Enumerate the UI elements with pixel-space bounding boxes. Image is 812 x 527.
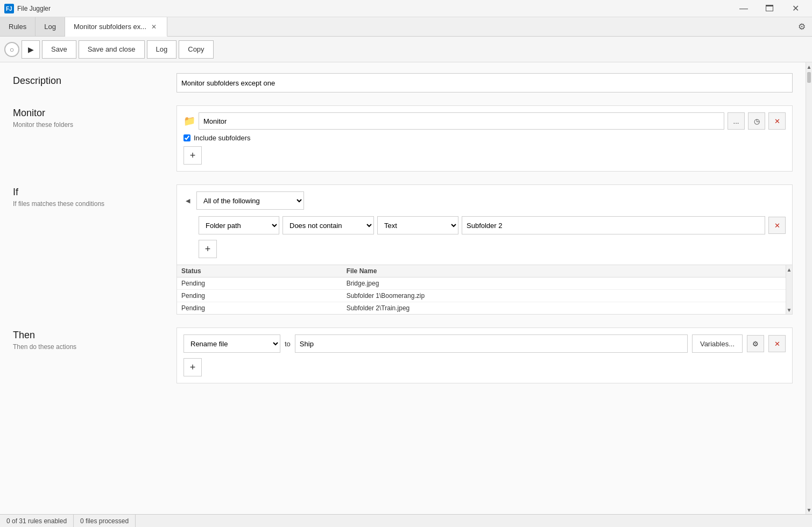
- if-title: If: [13, 187, 164, 198]
- remove-icon: ✕: [774, 117, 780, 125]
- table-row: Pending Subfolder 2\Train.jpeg: [177, 302, 786, 315]
- monitor-content: 📁 ... ◷ ✕ Include subfolders: [176, 105, 793, 172]
- scroll-up-btn[interactable]: ▲: [786, 265, 792, 274]
- row-1-filename: Subfolder 1\Boomerang.zip: [342, 290, 786, 302]
- condition-operator-select[interactable]: Contains Does not contain Is Is not Star…: [283, 216, 374, 234]
- variables-label: Variables...: [700, 340, 735, 348]
- main-content: Description Monitor Monitor these folder…: [0, 62, 812, 514]
- collapse-icon[interactable]: ◀: [183, 196, 192, 205]
- clock-button[interactable]: ◷: [748, 112, 765, 130]
- row-1-status: Pending: [177, 290, 342, 302]
- add-action-icon: +: [190, 362, 196, 373]
- settings-icon[interactable]: ⚙: [792, 17, 812, 36]
- add-condition-icon: +: [205, 244, 211, 255]
- tab-log[interactable]: Log: [36, 17, 65, 36]
- condition-row-0: Folder path File name File extension Fil…: [177, 216, 792, 234]
- to-label: to: [285, 340, 291, 348]
- remove-action-icon: ✕: [774, 340, 780, 348]
- content-area: Description Monitor Monitor these folder…: [0, 62, 806, 514]
- scroll-down-btn[interactable]: ▼: [786, 305, 792, 314]
- monitor-path-input[interactable]: [199, 112, 724, 130]
- add-action-button[interactable]: +: [183, 358, 202, 376]
- save-close-label: Save and close: [88, 45, 136, 53]
- tab-monitor[interactable]: Monitor subfolders ex... ✕: [65, 17, 167, 37]
- title-bar: FJ File Juggler — 🗖 ✕: [0, 0, 812, 17]
- minimize-button[interactable]: —: [731, 1, 756, 16]
- action-settings-btn[interactable]: ⚙: [747, 335, 764, 352]
- row-0-filename: Bridge.jpeg: [342, 277, 786, 290]
- file-preview: Status File Name Pending Bridge.jpeg: [177, 265, 792, 314]
- then-subtitle: Then do these actions: [13, 343, 164, 351]
- description-content: [176, 73, 793, 92]
- description-title: Description: [13, 75, 164, 87]
- col-status: Status: [177, 265, 342, 277]
- tab-close-icon[interactable]: ✕: [150, 23, 158, 31]
- preview-table-body: Pending Bridge.jpeg Pending Subfolder 1\…: [177, 277, 786, 315]
- description-section: Description: [13, 73, 793, 92]
- condition-field-select[interactable]: Folder path File name File extension Fil…: [199, 216, 279, 234]
- status-bar: 0 of 31 rules enabled 0 files processed: [0, 514, 812, 527]
- action-value-input[interactable]: [295, 334, 688, 353]
- folder-icon: 📁: [183, 115, 195, 127]
- condition-value-input[interactable]: [462, 216, 765, 234]
- condition-type-select[interactable]: All of the following Any of the followin…: [196, 191, 304, 210]
- variables-button[interactable]: Variables...: [692, 334, 743, 353]
- scroll-down-arrow[interactable]: ▼: [806, 505, 812, 514]
- remove-condition-button[interactable]: ✕: [768, 217, 786, 234]
- tab-rules-label: Rules: [9, 23, 26, 31]
- save-button[interactable]: Save: [42, 40, 76, 59]
- monitor-section: Monitor Monitor these folders 📁 ... ◷ ✕: [13, 105, 793, 172]
- browse-label: ...: [733, 117, 739, 125]
- monitor-folder-row: 📁 ... ◷ ✕: [183, 112, 786, 130]
- scroll-up-arrow[interactable]: ▲: [806, 62, 812, 71]
- add-action-row: +: [183, 358, 786, 376]
- remove-folder-button[interactable]: ✕: [768, 112, 786, 130]
- save-close-button[interactable]: Save and close: [79, 40, 145, 59]
- row-0-status: Pending: [177, 277, 342, 290]
- maximize-button[interactable]: 🗖: [757, 1, 782, 16]
- monitor-label-area: Monitor Monitor these folders: [13, 105, 164, 129]
- remove-action-button[interactable]: ✕: [768, 335, 786, 352]
- add-condition-button[interactable]: +: [199, 240, 217, 258]
- description-input[interactable]: [176, 73, 793, 92]
- table-row: Pending Subfolder 1\Boomerang.zip: [177, 290, 786, 302]
- window-controls: — 🗖 ✕: [731, 1, 808, 16]
- gear-icon: ⚙: [798, 22, 806, 32]
- scroll-thumb[interactable]: [807, 72, 811, 83]
- then-action-row: Rename file Move file Copy file Delete f…: [183, 334, 786, 353]
- add-condition-row: +: [177, 240, 792, 265]
- add-folder-button[interactable]: +: [183, 146, 202, 165]
- stop-button[interactable]: ○: [4, 42, 19, 57]
- app-title: File Juggler: [17, 5, 731, 12]
- log-button[interactable]: Log: [147, 40, 177, 59]
- monitor-title: Monitor: [13, 108, 164, 119]
- tab-bar: Rules Log Monitor subfolders ex... ✕ ⚙: [0, 17, 812, 37]
- if-section: If If files matches these conditions ◀ A…: [13, 184, 793, 315]
- browse-button[interactable]: ...: [728, 112, 745, 130]
- condition-header: ◀ All of the following Any of the follow…: [177, 185, 792, 210]
- copy-button[interactable]: Copy: [179, 40, 213, 59]
- preview-table-container: Status File Name Pending Bridge.jpeg: [177, 265, 786, 314]
- copy-label: Copy: [188, 45, 204, 53]
- rules-count: 0 of 31 rules enabled: [0, 515, 74, 527]
- description-label-area: Description: [13, 73, 164, 89]
- include-subfolders-label[interactable]: Include subfolders: [194, 134, 251, 142]
- play-button[interactable]: ▶: [22, 40, 40, 59]
- log-label: Log: [156, 45, 168, 53]
- if-label-area: If If files matches these conditions: [13, 184, 164, 208]
- tab-rules[interactable]: Rules: [0, 17, 36, 36]
- include-subfolders-row: Include subfolders: [183, 134, 786, 142]
- table-row: Pending Bridge.jpeg: [177, 277, 786, 290]
- clock-icon: ◷: [754, 117, 760, 125]
- action-settings-icon: ⚙: [752, 340, 759, 348]
- action-select[interactable]: Rename file Move file Copy file Delete f…: [183, 334, 280, 353]
- tab-log-label: Log: [44, 23, 56, 31]
- files-count: 0 files processed: [74, 515, 136, 527]
- include-subfolders-checkbox[interactable]: [183, 134, 190, 141]
- if-content: ◀ All of the following Any of the follow…: [176, 184, 793, 315]
- condition-type-value-select[interactable]: Text Regular expression: [377, 216, 458, 234]
- close-button[interactable]: ✕: [783, 1, 808, 16]
- if-subtitle: If files matches these conditions: [13, 200, 164, 208]
- toolbar: ○ ▶ Save Save and close Log Copy: [0, 37, 812, 62]
- remove-condition-icon: ✕: [774, 222, 780, 230]
